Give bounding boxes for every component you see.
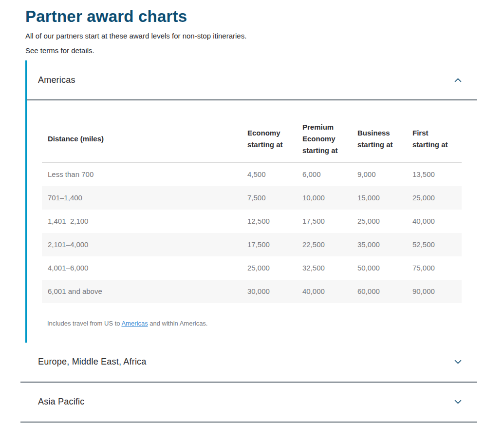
premium-cell: 10,000: [297, 186, 352, 210]
accordion-label-asia-pacific: Asia Pacific: [38, 397, 84, 407]
economy-cell: 17,500: [242, 233, 297, 256]
chevron-up-icon[interactable]: [454, 78, 462, 82]
distance-cell: 2,101–4,000: [42, 233, 242, 256]
col-header-premium-economy: Premium Economy starting at: [297, 116, 352, 163]
business-cell: 60,000: [352, 280, 407, 303]
first-cell: 25,000: [407, 186, 462, 210]
chevron-down-icon[interactable]: [454, 400, 462, 404]
economy-cell: 4,500: [242, 163, 297, 186]
accordion-label-europe-middle-east-africa: Europe, Middle East, Africa: [38, 357, 147, 367]
footnote-suffix: and within Americas.: [148, 320, 208, 327]
accordion-header-europe-middle-east-africa[interactable]: Europe, Middle East, Africa: [20, 343, 477, 383]
distance-cell: 6,001 and above: [42, 280, 242, 303]
col-header-business: Business starting at: [352, 116, 407, 163]
table-row: 2,101–4,000 17,500 22,500 35,000 52,500: [42, 233, 462, 256]
premium-cell: 22,500: [297, 233, 352, 256]
partner-award-charts-page: Partner award charts All of our partners…: [0, 0, 504, 423]
economy-cell: 7,500: [242, 186, 297, 210]
americas-panel: Distance (miles) Economy starting at Pre…: [27, 100, 477, 343]
first-cell: 90,000: [407, 280, 462, 303]
americas-footnote: Includes travel from US to Americas and …: [47, 320, 477, 327]
award-charts-accordion: Americas Distance (miles) Economy st: [20, 60, 477, 423]
first-cell: 40,000: [407, 210, 462, 233]
premium-cell: 17,500: [297, 210, 352, 233]
accordion-header-americas[interactable]: Americas: [27, 60, 477, 100]
col-header-distance: Distance (miles): [42, 116, 242, 163]
chevron-down-icon[interactable]: [454, 360, 462, 364]
business-cell: 35,000: [352, 233, 407, 256]
first-cell: 13,500: [407, 163, 462, 186]
americas-link[interactable]: Americas: [121, 320, 148, 327]
table-row: 6,001 and above 30,000 40,000 60,000 90,…: [42, 280, 462, 303]
table-row: 4,001–6,000 25,000 32,500 50,000 75,000: [42, 256, 462, 280]
business-cell: 25,000: [352, 210, 407, 233]
page-subtitle-line2: See terms for details.: [25, 45, 504, 57]
table-row: Less than 700 4,500 6,000 9,000 13,500: [42, 163, 462, 186]
table-row: 701–1,400 7,500 10,000 15,000 25,000: [42, 186, 462, 210]
page-subtitle-line1: All of our partners start at these award…: [25, 30, 504, 42]
page-title: Partner award charts: [25, 6, 504, 27]
economy-cell: 25,000: [242, 256, 297, 280]
business-cell: 15,000: [352, 186, 407, 210]
col-header-first: First starting at: [407, 116, 462, 163]
accordion-section-americas: Americas Distance (miles) Economy st: [25, 60, 477, 343]
distance-cell: Less than 700: [42, 163, 242, 186]
table-row: 1,401–2,100 12,500 17,500 25,000 40,000: [42, 210, 462, 233]
page-header: Partner award charts All of our partners…: [0, 6, 504, 57]
footnote-prefix: Includes travel from US to: [47, 320, 121, 327]
distance-cell: 701–1,400: [42, 186, 242, 210]
premium-cell: 40,000: [297, 280, 352, 303]
accordion-header-asia-pacific[interactable]: Asia Pacific: [20, 383, 477, 423]
distance-cell: 4,001–6,000: [42, 256, 242, 280]
accordion-label-americas: Americas: [38, 75, 75, 85]
first-cell: 52,500: [407, 233, 462, 256]
business-cell: 9,000: [352, 163, 407, 186]
business-cell: 50,000: [352, 256, 407, 280]
distance-cell: 1,401–2,100: [42, 210, 242, 233]
table-header-row: Distance (miles) Economy starting at Pre…: [42, 116, 462, 163]
premium-cell: 6,000: [297, 163, 352, 186]
premium-cell: 32,500: [297, 256, 352, 280]
americas-award-table: Distance (miles) Economy starting at Pre…: [42, 116, 462, 303]
economy-cell: 12,500: [242, 210, 297, 233]
first-cell: 75,000: [407, 256, 462, 280]
economy-cell: 30,000: [242, 280, 297, 303]
col-header-economy: Economy starting at: [242, 116, 297, 163]
